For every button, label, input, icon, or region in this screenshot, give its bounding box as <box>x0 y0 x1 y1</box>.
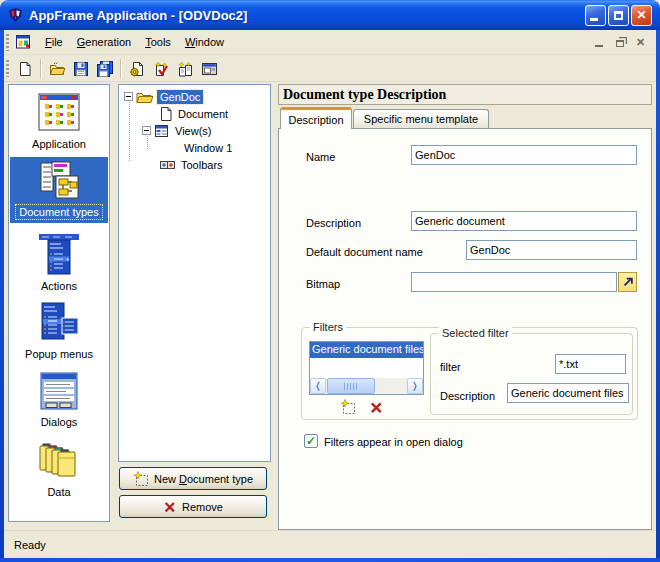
mdi-restore-button[interactable] <box>612 36 627 49</box>
tree-expander-icon[interactable] <box>124 92 133 101</box>
filter-description-input[interactable] <box>507 383 629 403</box>
filter-input[interactable] <box>555 354 626 374</box>
panel-header: Document type Description <box>278 84 652 105</box>
remove-button[interactable]: Remove <box>119 495 267 518</box>
default-document-name-label: Default document name <box>306 246 423 258</box>
toolbar <box>4 56 656 82</box>
tree-node-toolbars[interactable]: Toolbars <box>157 156 226 173</box>
app-icon <box>7 7 24 24</box>
new-item-icon <box>133 471 149 487</box>
new-button[interactable] <box>13 57 37 80</box>
scroll-track[interactable] <box>375 378 407 394</box>
actions-icon <box>35 233 83 277</box>
toolbar-separator <box>40 59 42 79</box>
mdi-document-icon[interactable] <box>15 34 32 50</box>
generate-button[interactable] <box>125 57 149 80</box>
maximize-button[interactable] <box>608 5 629 26</box>
generate-icon <box>129 61 145 77</box>
menu-file[interactable]: File <box>38 33 70 51</box>
open-button[interactable] <box>45 57 69 80</box>
generate-all-button[interactable] <box>173 57 197 80</box>
preview-window-icon <box>201 61 218 77</box>
save-icon <box>73 61 89 77</box>
filters-group: Filters Generic document files 〈 〉 <box>301 327 638 420</box>
popup-menus-icon <box>35 301 83 345</box>
delete-filter-button[interactable] <box>368 399 384 415</box>
listbox-hscrollbar[interactable]: 〈 〉 <box>310 378 423 394</box>
toolbar-separator <box>120 59 122 79</box>
save-all-button[interactable] <box>93 57 117 80</box>
save-button[interactable] <box>69 57 93 80</box>
app-window: AppFrame Application - [ODVDoc2] ✕ File … <box>0 0 660 562</box>
tree-node-gendoc[interactable]: GenDoc <box>124 88 203 105</box>
title-bar: AppFrame Application - [ODVDoc2] ✕ <box>0 0 660 30</box>
window-border-bottom <box>0 558 660 562</box>
selected-filter-group: Selected filter filter Description <box>430 333 633 415</box>
status-text: Ready <box>14 539 46 551</box>
scroll-thumb[interactable] <box>327 378 375 394</box>
mdi-close-icon: ✕ <box>636 36 645 49</box>
mdi-minimize-button[interactable] <box>591 36 606 49</box>
tree-node-document[interactable]: Document <box>157 105 231 122</box>
bitmap-browse-button[interactable] <box>618 272 637 292</box>
sidebar-item-document-types[interactable]: Document types <box>10 157 108 223</box>
new-document-icon <box>17 61 33 77</box>
bitmap-label: Bitmap <box>306 278 340 290</box>
mdi-close-button[interactable]: ✕ <box>633 36 648 49</box>
document-types-icon <box>35 160 83 202</box>
sidebar-item-actions[interactable]: Actions <box>10 231 108 293</box>
menubar-grip[interactable] <box>6 34 9 51</box>
maximize-icon <box>614 11 623 20</box>
toolbars-icon <box>160 160 175 170</box>
menu-generation[interactable]: Generation <box>70 33 138 51</box>
new-document-type-button[interactable]: New Document type <box>119 467 267 490</box>
browse-arrow-icon <box>622 276 634 288</box>
sidebar-item-data[interactable]: Data <box>10 437 108 499</box>
filters-listbox[interactable]: Generic document files 〈 〉 <box>309 341 424 395</box>
minimize-button[interactable] <box>585 5 606 26</box>
close-button[interactable]: ✕ <box>631 5 652 26</box>
new-filter-button[interactable] <box>340 399 356 415</box>
minimize-icon <box>590 18 598 21</box>
bitmap-input[interactable] <box>411 272 617 292</box>
description-tab-page: Name Description Default document name B… <box>278 128 652 530</box>
menu-bar: File Generation Tools Window ✕ <box>4 30 656 55</box>
tab-description[interactable]: Description <box>280 107 352 129</box>
tab-specific-menu-template[interactable]: Specific menu template <box>353 109 489 129</box>
tree-node-window-1[interactable]: Window 1 <box>181 139 235 156</box>
menu-window[interactable]: Window <box>178 33 231 51</box>
sidebar-item-dialogs[interactable]: Dialogs <box>10 367 108 429</box>
preview-button[interactable] <box>197 57 221 80</box>
status-bar: Ready <box>4 530 656 558</box>
generate-check-icon <box>153 61 170 77</box>
toolbar-grip[interactable] <box>6 60 9 77</box>
menu-tools[interactable]: Tools <box>138 33 178 51</box>
tree-expander-icon[interactable] <box>142 126 151 135</box>
default-document-name-input[interactable] <box>466 240 637 260</box>
sidebar-item-popup-menus[interactable]: Popup menus <box>10 299 108 361</box>
mdi-restore-icon <box>616 40 624 47</box>
filters-open-dialog-label: Filters appear in open dialog <box>324 436 463 448</box>
generate-all-icon <box>177 61 194 77</box>
mdi-minimize-icon <box>595 45 603 47</box>
window-border-right <box>656 28 660 562</box>
filters-open-dialog-checkbox[interactable]: ✓ <box>304 434 318 448</box>
delete-icon <box>163 500 177 514</box>
open-icon <box>49 61 66 77</box>
filter-list-item[interactable]: Generic document files <box>310 342 423 358</box>
data-icon <box>35 438 83 484</box>
new-item-icon <box>340 399 356 415</box>
tree-connector <box>129 99 130 161</box>
description-label: Description <box>306 217 361 229</box>
dialogs-icon <box>35 369 83 413</box>
sidebar-item-application[interactable]: Application <box>10 89 108 151</box>
save-all-icon <box>96 61 114 77</box>
tree-view: GenDoc Document Vi <box>118 84 271 462</box>
scroll-right-arrow[interactable]: 〉 <box>407 378 423 394</box>
scroll-left-arrow[interactable]: 〈 <box>310 378 326 394</box>
tree-node-views[interactable]: View(s) <box>142 122 214 139</box>
generate-check-button[interactable] <box>149 57 173 80</box>
description-input[interactable] <box>411 211 637 231</box>
name-input[interactable] <box>411 145 637 165</box>
name-label: Name <box>306 151 335 163</box>
